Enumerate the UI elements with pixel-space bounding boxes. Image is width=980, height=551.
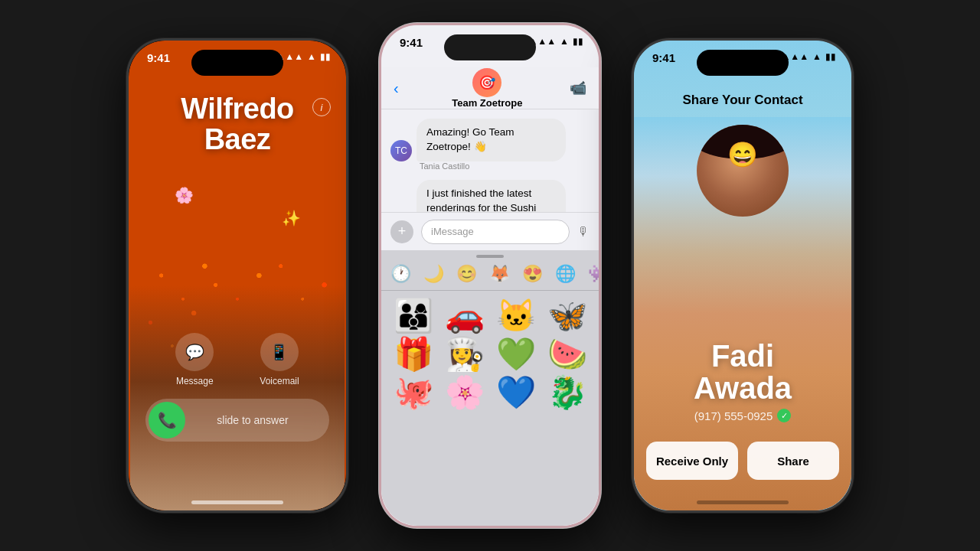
dynamic-island (191, 50, 283, 76)
message-action[interactable]: 💬 Message (175, 333, 214, 386)
message-bubble-1: Amazing! Go Team Zoetrope! 👋 (416, 119, 566, 161)
header-center: 🎯 Team Zoetrope (405, 68, 570, 109)
status-icons: ▲▲▲ ▲ ▮▮ (276, 51, 331, 62)
contact-phone-area: (917) 555-0925 ✓ (634, 409, 851, 422)
emoji-item-4[interactable]: 🦋 (544, 300, 590, 332)
sender-name-1: Tania Castillo (420, 161, 590, 171)
emoji-tab-smiley[interactable]: 😊 (456, 264, 477, 284)
add-button[interactable]: + (390, 220, 413, 243)
status-time-3: 9:41 (652, 51, 675, 64)
emoji-tab-game[interactable]: 👾 (588, 264, 599, 284)
phone-messages: 9:41 ▲▲▲ ▲ ▮▮ ‹ 🎯 Team Zoetrope 📹 (379, 23, 601, 528)
contact-phone-number: (917) 555-0925 (694, 409, 773, 422)
emoji-item-6[interactable]: 👩‍🍳 (442, 338, 487, 370)
group-avatar: 🎯 (472, 68, 501, 97)
voicemail-label: Voicemail (260, 376, 299, 386)
phone-incoming-call: 9:41 ▲▲▲ ▲ ▮▮ 🌸 ✨ Wilfredo Baez 💬 Mes (126, 38, 348, 513)
slide-to-answer[interactable]: 📞 slide to answer (145, 399, 329, 442)
emoji-tab-recent[interactable]: 🕐 (390, 264, 411, 284)
wifi-icon-3: ▲ (812, 51, 822, 62)
back-button[interactable]: ‹ (394, 80, 399, 97)
dynamic-island-3 (697, 50, 789, 76)
wifi-icon: ▲ (307, 51, 316, 62)
emoji-item-10[interactable]: 🌸 (442, 377, 487, 409)
group-name: Team Zoetrope (452, 97, 522, 109)
receive-only-button[interactable]: Receive Only (646, 442, 738, 480)
emoji-item-9[interactable]: 🐙 (390, 377, 436, 409)
battery-icon-2: ▮▮ (573, 36, 583, 47)
message-label: Message (176, 376, 214, 386)
contact-avatar: 😄 (697, 125, 789, 217)
video-call-button[interactable]: 📹 (570, 80, 586, 96)
emoji-tab-animal[interactable]: 🦊 (489, 264, 510, 284)
flower-emoji-2: ✨ (282, 209, 301, 227)
status-time: 9:41 (147, 51, 170, 64)
call-top-buttons: 💬 Message 📱 Voicemail (175, 333, 299, 386)
share-button[interactable]: Share (747, 442, 839, 480)
voicemail-icon: 📱 (260, 333, 299, 371)
message-row-1: TC Amazing! Go Team Zoetrope! 👋 (390, 119, 590, 161)
emoji-item-7[interactable]: 💚 (493, 338, 538, 370)
emoji-tabs: 🕐 🌙 😊 🦊 😍 🌐 👾 (381, 258, 599, 291)
imessage-input[interactable]: iMessage (421, 220, 570, 244)
emoji-item-5[interactable]: 🎁 (390, 338, 436, 370)
imessage-placeholder: iMessage (431, 226, 474, 237)
emoji-tab-moon[interactable]: 🌙 (423, 264, 444, 284)
status-time-2: 9:41 (400, 36, 423, 49)
battery-icon: ▮▮ (320, 51, 331, 62)
battery-icon-3: ▮▮ (825, 51, 836, 62)
share-contact-title: Share Your Contact (634, 93, 851, 108)
share-buttons-area: Receive Only Share (646, 442, 839, 480)
home-indicator (191, 500, 283, 504)
verified-badge: ✓ (777, 409, 791, 422)
slide-text: slide to answer (185, 414, 326, 426)
sender-avatar-1: TC (390, 140, 412, 161)
wifi-icon-2: ▲ (560, 36, 569, 47)
microphone-button[interactable]: 🎙 (577, 225, 590, 239)
emoji-item-2[interactable]: 🚗 (442, 300, 487, 332)
dynamic-island-2 (444, 34, 536, 60)
emoji-grid: 👨‍👩‍👦 🚗 🐱 🦋 🎁 👩‍🍳 💚 🍉 🐙 🌸 💙 🐉 (381, 291, 599, 418)
phone-share-contact: 9:41 ▲▲▲ ▲ ▮▮ Share Your Contact 😄 (632, 38, 854, 513)
emoji-item-8[interactable]: 🍉 (544, 338, 590, 370)
info-button[interactable] (312, 98, 331, 116)
messages-header: ‹ 🎯 Team Zoetrope 📹 (381, 67, 599, 109)
message-icon: 💬 (175, 333, 214, 371)
emoji-tab-hearts[interactable]: 😍 (522, 264, 543, 284)
contact-name: Fadi Awada (634, 340, 851, 404)
emoji-item-3[interactable]: 🐱 (493, 300, 538, 332)
flower-emoji-1: 🌸 (175, 186, 194, 204)
message-group-1: TC Amazing! Go Team Zoetrope! 👋 Tania Ca… (390, 119, 590, 171)
imessage-input-area: + iMessage 🎙 (381, 212, 599, 250)
status-icons-3: ▲▲▲ ▲ ▮▮ (781, 51, 836, 62)
status-icons-2: ▲▲▲ ▲ ▮▮ (528, 36, 583, 47)
emoji-item-11[interactable]: 💙 (493, 377, 538, 409)
call-actions: 💬 Message 📱 Voicemail 📞 slide to answer (129, 333, 346, 442)
voicemail-action[interactable]: 📱 Voicemail (260, 333, 299, 386)
emoji-keyboard: 🕐 🌙 😊 🦊 😍 🌐 👾 👨‍👩‍👦 🚗 🐱 🦋 🎁 👩‍🍳 💚 🍉 🐙 � (381, 250, 599, 526)
emoji-item-1[interactable]: 👨‍👩‍👦 (390, 300, 436, 332)
emoji-tab-globe[interactable]: 🌐 (555, 264, 576, 284)
group-avatar-inner: 🎯 (472, 68, 501, 97)
home-indicator-3 (697, 500, 789, 504)
answer-circle: 📞 (149, 402, 185, 439)
contact-name-area: Fadi Awada (917) 555-0925 ✓ (634, 340, 851, 422)
emoji-item-12[interactable]: 🐉 (544, 377, 590, 409)
